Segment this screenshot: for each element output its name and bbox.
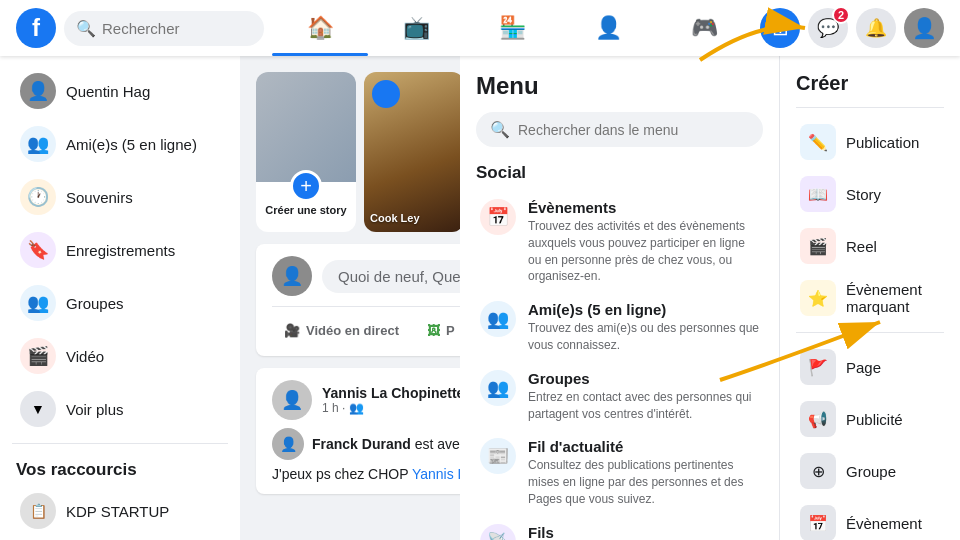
menu-overlay: Menu 🔍 Social 📅 Évènements Trouvez des a…	[460, 56, 960, 540]
menu-item-amis[interactable]: 👥 Ami(e)s (5 en ligne) Trouvez des ami(e…	[476, 293, 763, 362]
evenement-icon: 📅	[800, 505, 836, 540]
menu-item-groupes[interactable]: 👥 Groupes Entrez en contact avec des per…	[476, 362, 763, 431]
enregistrements-icon: 🔖	[20, 232, 56, 268]
sidebar-item-voir-plus[interactable]: ▼ Voir plus	[8, 383, 232, 435]
publication-icon: ✏️	[800, 124, 836, 160]
search-bar[interactable]: 🔍	[64, 11, 264, 46]
amis-icon: 👥	[20, 126, 56, 162]
create-title: Créer	[796, 72, 944, 95]
story-card-cook[interactable]: Cook Ley	[364, 72, 464, 232]
create-item-story[interactable]: 📖 Story	[796, 168, 944, 220]
post-comment: J'peux ps chez CHOP	[272, 466, 412, 482]
sub-author: Franck Durand	[312, 436, 411, 452]
grid-button[interactable]: ⊞	[760, 8, 800, 48]
nav-home[interactable]: 🏠	[272, 4, 368, 52]
story-img-top	[256, 72, 356, 182]
search-input[interactable]	[102, 20, 252, 37]
menu-item-evenements[interactable]: 📅 Évènements Trouvez des activités et de…	[476, 191, 763, 293]
menu-item-fils[interactable]: 📡 Fils Découvrez les publications les pl…	[476, 516, 763, 540]
create-item-evenement-marquant[interactable]: ⭐ Évènement marquant	[796, 272, 944, 324]
create-item-page[interactable]: 🚩 Page	[796, 341, 944, 393]
sidebar: 👤 Quentin Hag 👥 Ami(e)s (5 en ligne) 🕐 S…	[0, 56, 240, 540]
sidebar-item-video[interactable]: 🎬 Vidéo	[8, 330, 232, 382]
franck-avatar: 👤	[272, 428, 304, 460]
post-time: 1 h ·	[322, 401, 345, 415]
menu-item-title-groupes: Groupes	[528, 370, 759, 387]
sidebar-label-voir-plus: Voir plus	[66, 401, 124, 418]
sidebar-label-enregistrements: Enregistrements	[66, 242, 175, 259]
sidebar-label-video: Vidéo	[66, 348, 104, 365]
facebook-logo[interactable]: f	[16, 8, 56, 48]
create-label-story: Story	[846, 186, 881, 203]
messenger-badge: 2	[832, 6, 850, 24]
post-privacy: 👥	[349, 401, 364, 415]
messenger-button[interactable]: 💬 2	[808, 8, 848, 48]
menu-item-title-evenements: Évènements	[528, 199, 759, 216]
photo-icon: 🖼	[427, 323, 440, 338]
header-right: ⊞ 💬 2 🔔 👤	[760, 8, 944, 48]
sidebar-item-kdp[interactable]: 📋 KDP STARTUP	[8, 485, 232, 537]
marketplace-icon: 🏪	[499, 15, 526, 41]
create-divider-1	[796, 107, 944, 108]
nav-video[interactable]: 📺	[368, 4, 464, 52]
shortcuts-title: Vos raccourcis	[0, 452, 240, 484]
menu-item-desc-groupes: Entrez en contact avec des personnes qui…	[528, 389, 759, 423]
publicite-icon: 📢	[800, 401, 836, 437]
menu-panel: Menu 🔍 Social 📅 Évènements Trouvez des a…	[460, 56, 780, 540]
menu-search-input[interactable]	[518, 122, 749, 138]
sidebar-item-souvenirs[interactable]: 🕐 Souvenirs	[8, 171, 232, 223]
chevron-down-icon: ▼	[20, 391, 56, 427]
search-icon: 🔍	[76, 19, 96, 38]
create-label-evenement: Évènement	[846, 515, 922, 532]
create-label-publicite: Publicité	[846, 411, 903, 428]
menu-social-title: Social	[476, 163, 763, 183]
create-item-reel[interactable]: 🎬 Reel	[796, 220, 944, 272]
compose-video-label: Vidéo en direct	[306, 323, 399, 338]
compose-photo-action[interactable]: 🖼 P	[415, 317, 467, 344]
compose-video-action[interactable]: 🎥 Vidéo en direct	[272, 317, 411, 344]
menu-search[interactable]: 🔍	[476, 112, 763, 147]
groupe-icon: ⊕	[800, 453, 836, 489]
create-item-evenement[interactable]: 📅 Évènement	[796, 497, 944, 540]
menu-item-text-fils: Fils Découvrez les publications les plus…	[528, 524, 759, 540]
groupes-icon: 👥	[20, 285, 56, 321]
story-create-card[interactable]: + Créer une story	[256, 72, 356, 232]
main-layout: 👤 Quentin Hag 👥 Ami(e)s (5 en ligne) 🕐 S…	[0, 0, 960, 540]
header-nav: 🏠 📺 🏪 👤 🎮	[272, 4, 752, 52]
kdp-icon: 📋	[20, 493, 56, 529]
bell-icon: 🔔	[865, 17, 887, 39]
notifications-button[interactable]: 🔔	[856, 8, 896, 48]
evenements-icon: 📅	[480, 199, 516, 235]
menu-item-text-amis: Ami(e)s (5 en ligne) Trouvez des ami(e)s…	[528, 301, 759, 354]
story-avatar-cook	[372, 80, 400, 108]
sidebar-item-quentin[interactable]: 👤 Quentin Hag	[8, 65, 232, 117]
story-label-cook: Cook Ley	[370, 212, 458, 224]
sidebar-item-enregistrements[interactable]: 🔖 Enregistrements	[8, 224, 232, 276]
menu-item-title-fils: Fils	[528, 524, 759, 540]
sidebar-item-amis[interactable]: 👥 Ami(e)s (5 en ligne)	[8, 118, 232, 170]
home-icon: 🏠	[307, 15, 334, 41]
create-item-groupe[interactable]: ⊕ Groupe	[796, 445, 944, 497]
story-create-label: Créer une story	[265, 204, 346, 216]
nav-marketplace[interactable]: 🏪	[464, 4, 560, 52]
video-live-icon: 🎥	[284, 323, 300, 338]
sidebar-label-souvenirs: Souvenirs	[66, 189, 133, 206]
create-panel: Créer ✏️ Publication 📖 Story 🎬 Reel ⭐ Év…	[780, 56, 960, 540]
sidebar-label-amis: Ami(e)s (5 en ligne)	[66, 136, 197, 153]
menu-item-text-fil: Fil d'actualité Consultez des publicatio…	[528, 438, 759, 507]
user-avatar[interactable]: 👤	[904, 8, 944, 48]
create-story-btn[interactable]: +	[290, 170, 322, 202]
menu-item-fil[interactable]: 📰 Fil d'actualité Consultez des publicat…	[476, 430, 763, 515]
create-item-publication[interactable]: ✏️ Publication	[796, 116, 944, 168]
story-icon: 📖	[800, 176, 836, 212]
create-label-reel: Reel	[846, 238, 877, 255]
sidebar-item-groupes[interactable]: 👥 Groupes	[8, 277, 232, 329]
gaming-icon: 🎮	[691, 15, 718, 41]
nav-profile[interactable]: 👤	[560, 4, 656, 52]
compose-photo-label: P	[446, 323, 455, 338]
menu-item-title-fil: Fil d'actualité	[528, 438, 759, 455]
nav-gaming[interactable]: 🎮	[656, 4, 752, 52]
create-item-publicite[interactable]: 📢 Publicité	[796, 393, 944, 445]
yannis-avatar: 👤	[272, 380, 312, 420]
menu-item-text-groupes: Groupes Entrez en contact avec des perso…	[528, 370, 759, 423]
